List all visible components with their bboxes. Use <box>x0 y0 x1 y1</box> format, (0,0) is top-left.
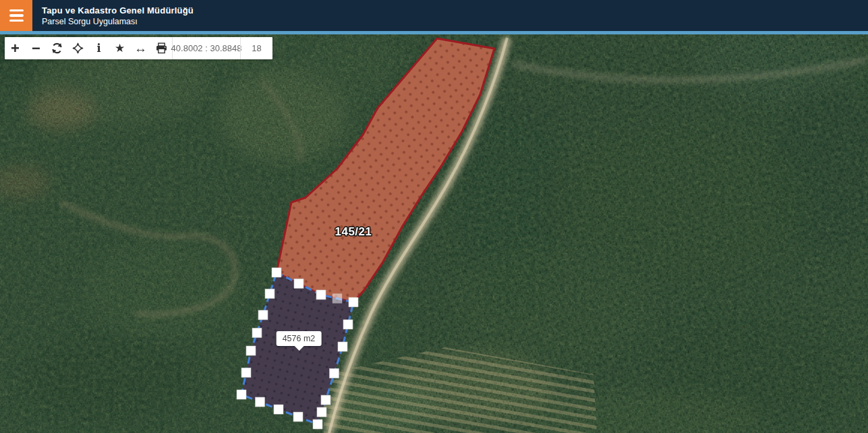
vertex-handle[interactable] <box>330 369 339 378</box>
vertex-handle[interactable] <box>246 346 256 355</box>
vertex-handle[interactable] <box>272 268 281 277</box>
header-titles: Tapu ve Kadastro Genel Müdürlüğü Parsel … <box>32 0 194 31</box>
map-canvas[interactable]: 145/21 <box>0 0 868 433</box>
measure-button[interactable]: ↔ <box>130 37 151 59</box>
print-icon <box>156 42 167 54</box>
vertex-handle[interactable] <box>343 320 353 329</box>
app-subtitle: Parsel Sorgu Uygulaması <box>42 16 194 27</box>
midpoint-handle-ghost[interactable] <box>332 294 342 304</box>
vertex-handle[interactable] <box>274 405 283 414</box>
vertex-handle[interactable] <box>252 328 262 338</box>
parcel-number-label: 145/21 <box>335 225 372 238</box>
favorites-button[interactable]: ★ <box>109 37 130 59</box>
zoom-level-display[interactable]: 18 <box>241 37 272 59</box>
vertex-handle[interactable] <box>349 297 358 307</box>
refresh-icon <box>51 42 63 54</box>
zoom-out-button[interactable]: − <box>26 37 47 59</box>
pan-button[interactable] <box>67 37 88 59</box>
vertex-handle[interactable] <box>321 395 330 405</box>
coordinates-display: 40.8002 : 30.8848 <box>173 37 240 59</box>
vertex-handle[interactable] <box>241 368 251 378</box>
vertex-handle[interactable] <box>237 390 246 399</box>
vertex-handle[interactable] <box>317 407 326 417</box>
refresh-button[interactable] <box>47 37 67 59</box>
vertex-handle[interactable] <box>338 342 347 351</box>
hamburger-icon <box>9 9 24 12</box>
menu-button[interactable] <box>0 0 32 31</box>
info-button[interactable]: i <box>88 37 109 59</box>
vertex-handle[interactable] <box>256 397 265 407</box>
vertex-handle[interactable] <box>258 310 268 320</box>
vertex-handle[interactable] <box>265 289 274 299</box>
app-title: Tapu ve Kadastro Genel Müdürlüğü <box>42 5 194 16</box>
area-tooltip: 4576 m2 <box>277 331 322 346</box>
vertex-handle[interactable] <box>316 290 326 299</box>
zoom-in-button[interactable]: + <box>5 37 26 59</box>
vertex-handle[interactable] <box>313 420 322 429</box>
map-toolbar: + − i ★ ↔ 40.8002 : 30.8848 <box>5 37 272 59</box>
print-button[interactable] <box>151 37 172 59</box>
app-header: Tapu ve Kadastro Genel Müdürlüğü Parsel … <box>0 0 868 34</box>
vertex-handle[interactable] <box>293 412 303 422</box>
pan-icon <box>72 42 84 54</box>
vertex-handle[interactable] <box>294 279 303 289</box>
